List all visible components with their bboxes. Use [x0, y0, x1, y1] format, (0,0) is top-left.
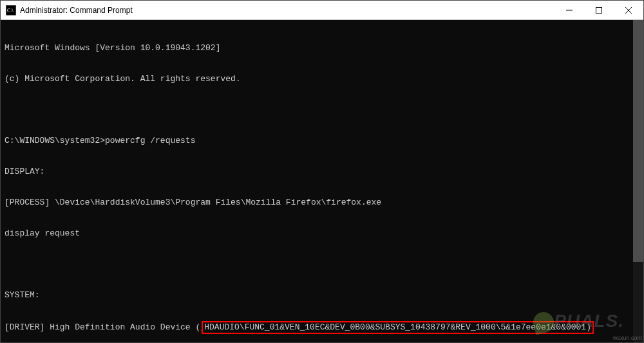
watermark-text: PUALS.: [554, 311, 624, 331]
minimize-button[interactable]: [554, 1, 584, 19]
copyright-line: (c) Microsoft Corporation. All rights re…: [5, 74, 639, 84]
command-line-1: C:\WINDOWS\system32>powercfg /requests: [5, 136, 639, 146]
watermark-icon: [531, 310, 556, 335]
blank-line: [5, 105, 639, 115]
scrollbar-thumb[interactable]: [633, 20, 643, 262]
driver-prefix: [DRIVER] High Definition Audio Device (: [5, 322, 200, 333]
prompt-path: C:\WINDOWS\system32>: [5, 136, 105, 146]
window-title: Administrator: Command Prompt: [20, 6, 554, 15]
close-button[interactable]: [614, 1, 643, 19]
window-controls: [554, 1, 643, 19]
svg-rect-3: [596, 7, 602, 13]
command-text: powercfg /requests: [105, 136, 195, 146]
terminal-output[interactable]: Microsoft Windows [Version 10.0.19043.12…: [1, 20, 643, 342]
system-header: SYSTEM:: [5, 290, 639, 301]
watermark: PUALS.: [533, 311, 624, 333]
cmd-icon: C:\: [6, 5, 16, 15]
maximize-button[interactable]: [584, 1, 614, 19]
display-header: DISPLAY:: [5, 167, 639, 177]
display-process: [PROCESS] \Device\HarddiskVolume3\Progra…: [5, 198, 639, 208]
version-line: Microsoft Windows [Version 10.0.19043.12…: [5, 43, 639, 53]
svg-text:C:\: C:\: [7, 8, 14, 14]
window-titlebar: C:\ Administrator: Command Prompt: [1, 1, 643, 20]
display-request: display request: [5, 228, 639, 239]
vertical-scrollbar[interactable]: [633, 20, 643, 342]
blank-line: [5, 259, 639, 270]
source-tag: wsxun.com: [613, 335, 642, 341]
